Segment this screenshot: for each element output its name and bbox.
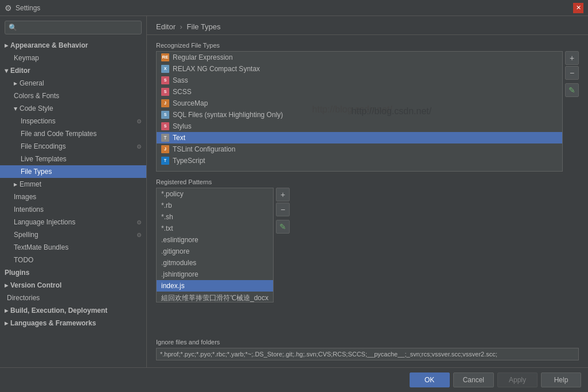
help-button[interactable]: Help <box>541 372 581 387</box>
list-item[interactable]: S Sass <box>157 75 562 86</box>
expand-icon: ▶ <box>5 308 8 313</box>
edit-pattern-button[interactable]: ✎ <box>276 220 290 234</box>
sidebar-item-label: Live Templates <box>21 155 67 163</box>
sidebar-item-file-encodings[interactable]: File Encodings ⚙ <box>0 140 146 153</box>
sidebar-item-label: Languages & Frameworks <box>10 319 96 327</box>
sidebar-item-images[interactable]: Images <box>0 191 146 203</box>
sidebar-item-todo[interactable]: TODO <box>0 254 146 266</box>
list-item[interactable]: 組回欢维莘捧萤囗滑符℃械逵_docx <box>157 292 273 302</box>
list-item[interactable]: *.sh <box>157 211 273 223</box>
main-layout: 🔍 ▶ Appearance & Behavior Keymap ▶ Edito… <box>0 16 588 392</box>
search-box[interactable]: 🔍 <box>5 21 142 34</box>
search-input[interactable] <box>20 24 138 32</box>
remove-recognized-button[interactable]: − <box>565 66 579 80</box>
list-item[interactable]: T TypeScript <box>157 155 562 166</box>
patterns-list-box[interactable]: *.policy *.rb *.sh *.txt <box>156 188 274 302</box>
ok-button[interactable]: OK <box>410 372 450 387</box>
sidebar-item-colors-fonts[interactable]: Colors & Fonts <box>0 90 146 102</box>
panel-content: Recognized File Types RE Regular Express… <box>147 35 588 367</box>
close-button[interactable]: ✕ <box>573 3 583 13</box>
sidebar-item-version-control[interactable]: ▶ Version Control <box>0 279 146 292</box>
sidebar-item-plugins[interactable]: Plugins <box>0 266 146 279</box>
settings-icon: ⚙ <box>137 232 142 238</box>
sidebar-item-live-templates[interactable]: Live Templates <box>0 153 146 165</box>
app-icon: ⚙ <box>5 3 12 13</box>
apply-button[interactable]: Apply <box>497 372 538 387</box>
sidebar-item-inspections[interactable]: Inspections ⚙ <box>0 115 146 127</box>
list-item[interactable]: *.policy <box>157 188 273 200</box>
sidebar-item-label: Spelling <box>14 231 38 239</box>
title-bar: ⚙ Settings ✕ <box>0 0 588 16</box>
list-item[interactable]: .gitignore <box>157 246 273 257</box>
list-item-label: TSLint Configuration <box>173 145 235 153</box>
list-item-label: *.sh <box>161 213 173 221</box>
sidebar-item-label: Inspections <box>21 117 56 125</box>
list-item[interactable]: *.rb <box>157 200 273 211</box>
list-item-label: *.txt <box>161 224 173 232</box>
sidebar-item-file-code-templates[interactable]: File and Code Templates <box>0 127 146 140</box>
ignore-label: Ignore files and folders <box>156 339 579 346</box>
recognized-list-buttons: + − ✎ <box>565 51 579 172</box>
sidebar: 🔍 ▶ Appearance & Behavior Keymap ▶ Edito… <box>0 16 147 367</box>
list-item[interactable]: S SQL Files (syntax Highlighting Only) <box>157 109 562 121</box>
breadcrumb: Editor › File Types <box>156 22 221 31</box>
sidebar-item-label: Build, Execution, Deployment <box>10 306 107 315</box>
list-item-label: Sass <box>173 76 188 84</box>
sidebar-item-label: File and Code Templates <box>21 130 97 138</box>
list-item[interactable]: J TSLint Configuration <box>157 143 562 155</box>
list-item[interactable]: .gitmodules <box>157 257 273 269</box>
expand-icon: ▶ <box>5 283 8 288</box>
expand-icon: ▶ <box>5 321 8 326</box>
list-item-label: index.js <box>161 282 185 290</box>
sidebar-item-label: TextMate Bundles <box>14 243 68 251</box>
content-area: 🔍 ▶ Appearance & Behavior Keymap ▶ Edito… <box>0 16 588 367</box>
expand-icon: ▶ <box>13 107 18 110</box>
sidebar-item-keymap[interactable]: Keymap <box>0 52 146 64</box>
list-item[interactable]: X RELAX NG Compact Syntax <box>157 63 562 75</box>
file-icon: S <box>161 76 169 84</box>
sidebar-item-label: Version Control <box>10 281 61 289</box>
list-item-label: Stylus <box>173 122 192 130</box>
list-item[interactable]: index.js <box>157 280 273 292</box>
sidebar-item-editor[interactable]: ▶ Editor <box>0 64 146 77</box>
add-recognized-button[interactable]: + <box>565 51 579 65</box>
recognized-list-box[interactable]: RE Regular Expression X RELAX NG Compact… <box>156 51 563 172</box>
sidebar-item-language-injections[interactable]: Language Injections ⚙ <box>0 216 146 228</box>
list-item[interactable]: S Stylus <box>157 121 562 132</box>
sidebar-item-code-style[interactable]: ▶ Code Style <box>0 102 146 115</box>
sidebar-item-build-execution[interactable]: ▶ Build, Execution, Deployment <box>0 304 146 317</box>
list-item[interactable]: *.txt <box>157 223 273 234</box>
sidebar-item-label: Emmet <box>20 180 41 188</box>
file-icon: S <box>161 122 169 130</box>
sidebar-item-appearance[interactable]: ▶ Appearance & Behavior <box>0 39 146 52</box>
sidebar-item-spelling[interactable]: Spelling ⚙ <box>0 228 146 241</box>
sidebar-item-directories[interactable]: Directories <box>0 292 146 304</box>
list-item-label: SQL Files (syntax Highlighting Only) <box>173 111 283 119</box>
sidebar-item-textmate-bundles[interactable]: TextMate Bundles <box>0 241 146 254</box>
list-item[interactable]: T Text <box>157 132 562 143</box>
list-item[interactable]: S SCSS <box>157 86 562 98</box>
expand-icon: ▶ <box>5 43 8 48</box>
list-item[interactable]: .eslintignore <box>157 234 273 246</box>
list-item-label: .gitmodules <box>161 259 196 267</box>
sidebar-item-languages[interactable]: ▶ Languages & Frameworks <box>0 317 146 329</box>
list-item-label: Regular Expression <box>173 53 233 61</box>
ignore-input[interactable] <box>156 348 579 360</box>
cancel-button[interactable]: Cancel <box>453 372 494 387</box>
sidebar-item-general[interactable]: ▶ General <box>0 77 146 90</box>
remove-pattern-button[interactable]: − <box>276 203 290 216</box>
list-item-label: RELAX NG Compact Syntax <box>173 65 260 73</box>
bottom-bar: OK Cancel Apply Help <box>0 367 588 392</box>
expand-icon: ▶ <box>4 69 9 72</box>
list-item[interactable]: J SourceMap <box>157 98 562 109</box>
file-icon: S <box>161 88 169 96</box>
sidebar-item-label: Language Injections <box>14 218 75 226</box>
sidebar-item-intentions[interactable]: Intentions <box>0 203 146 216</box>
sidebar-item-file-types[interactable]: File Types <box>0 165 146 178</box>
sidebar-item-emmet[interactable]: ▶ Emmet <box>0 178 146 191</box>
list-item[interactable]: .jshintignore <box>157 269 273 280</box>
add-pattern-button[interactable]: + <box>276 188 290 201</box>
edit-recognized-button[interactable]: ✎ <box>565 83 579 97</box>
list-item[interactable]: RE Regular Expression <box>157 52 562 63</box>
sidebar-item-label: Code Style <box>20 104 53 112</box>
